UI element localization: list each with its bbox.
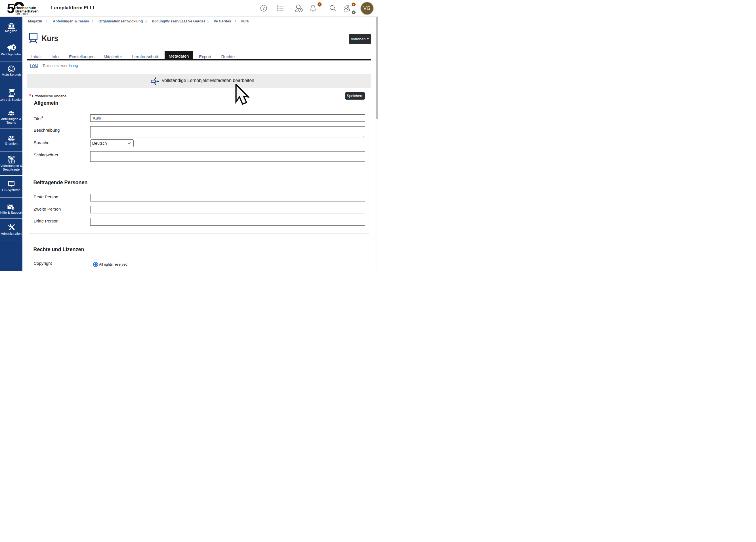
svg-text:?: ? bbox=[12, 207, 14, 210]
svg-text:1975 – 2025: 1975 – 2025 bbox=[16, 13, 28, 15]
svg-text:?: ? bbox=[263, 6, 265, 10]
svg-text:5: 5 bbox=[7, 1, 14, 16]
svg-text:Bremerhaven: Bremerhaven bbox=[15, 9, 39, 13]
